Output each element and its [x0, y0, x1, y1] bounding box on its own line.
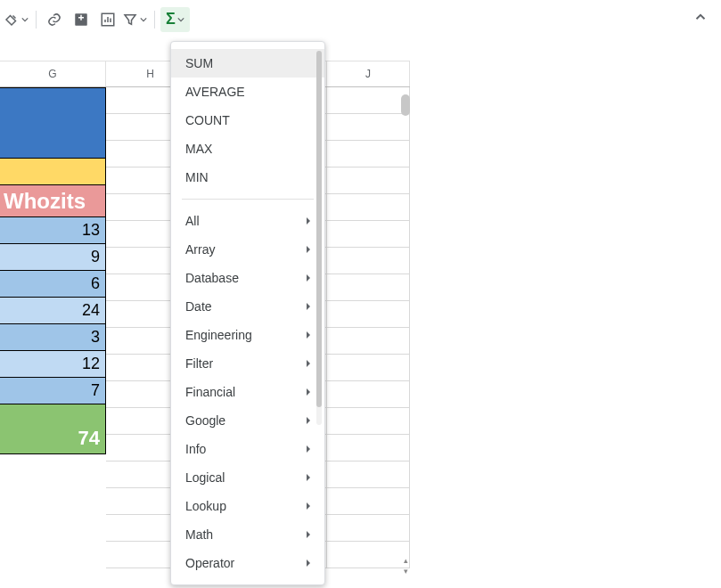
menu-divider: [182, 199, 314, 200]
cell[interactable]: [327, 167, 410, 194]
column-header-label: J: [365, 68, 371, 80]
svg-rect-2: [80, 14, 82, 20]
menu-item-array[interactable]: Array: [171, 235, 324, 264]
chevron-right-icon: [305, 271, 312, 285]
menu-item-label: SUM: [185, 56, 213, 70]
column-header-label: H: [146, 68, 154, 80]
menu-item-financial[interactable]: Financial: [171, 378, 324, 406]
scroll-down-icon[interactable]: ▾: [401, 567, 410, 576]
menu-item-max[interactable]: MAX: [171, 135, 324, 163]
menu-item-database[interactable]: Database: [171, 264, 324, 292]
data-value-cell[interactable]: 7: [0, 378, 106, 404]
sheet-scrollbar[interactable]: ▴ ▾: [401, 87, 410, 577]
chevron-right-icon: [305, 214, 312, 228]
cell[interactable]: [327, 114, 410, 141]
cell[interactable]: [327, 355, 410, 381]
cell[interactable]: [327, 221, 410, 248]
menu-item-average[interactable]: AVERAGE: [171, 78, 324, 106]
insert-link-button[interactable]: [42, 7, 67, 32]
column-header-j[interactable]: J: [327, 61, 410, 86]
cell[interactable]: [327, 248, 410, 274]
menu-item-date[interactable]: Date: [171, 292, 324, 321]
menu-item-engineering[interactable]: Engineering: [171, 321, 324, 349]
chevron-right-icon: [305, 385, 312, 399]
cell[interactable]: [327, 408, 410, 435]
functions-button[interactable]: Σ: [160, 7, 190, 32]
menu-item-label: Math: [185, 527, 213, 542]
column-header-g[interactable]: G: [0, 61, 106, 86]
paint-format-button[interactable]: [4, 7, 29, 32]
menu-item-label: Google: [185, 413, 225, 428]
cell[interactable]: [327, 194, 410, 221]
menu-item-label: AVERAGE: [185, 85, 245, 99]
menu-item-label: Lookup: [185, 499, 226, 513]
sheet-scroll-thumb[interactable]: [401, 94, 410, 116]
cell[interactable]: [327, 461, 410, 488]
data-header-blue[interactable]: [0, 87, 106, 159]
cell[interactable]: [327, 488, 410, 515]
menu-item-label: Array: [185, 242, 215, 257]
filter-button[interactable]: [122, 7, 147, 32]
menu-item-google[interactable]: Google: [171, 406, 324, 435]
menu-item-math[interactable]: Math: [171, 520, 324, 549]
toolbar-separator: [154, 11, 155, 29]
chevron-right-icon: [305, 499, 312, 513]
sigma-icon: Σ: [166, 10, 176, 29]
data-value-cell[interactable]: 6: [0, 271, 106, 298]
menu-item-filter[interactable]: Filter: [171, 349, 324, 378]
cell[interactable]: [327, 301, 410, 328]
data-total-cell[interactable]: 74: [0, 404, 106, 454]
chevron-right-icon: [305, 527, 312, 542]
menu-item-label: Financial: [185, 385, 235, 399]
insert-comment-button[interactable]: [69, 7, 94, 32]
cell[interactable]: [327, 274, 410, 301]
cell[interactable]: [327, 515, 410, 542]
chevron-right-icon: [305, 556, 312, 570]
chevron-right-icon: [305, 413, 312, 428]
chevron-right-icon: [305, 442, 312, 456]
cell[interactable]: [327, 542, 410, 568]
insert-chart-button[interactable]: [95, 7, 120, 32]
menu-item-label: All: [185, 214, 200, 228]
menu-item-lookup[interactable]: Lookup: [171, 492, 324, 520]
cell[interactable]: [327, 381, 410, 408]
data-value-cell[interactable]: 3: [0, 324, 106, 351]
toolbar-separator: [36, 11, 37, 29]
menu-item-label: Info: [185, 442, 206, 456]
cell[interactable]: [327, 87, 410, 114]
chevron-right-icon: [305, 242, 312, 257]
menu-item-all[interactable]: All: [171, 207, 324, 235]
data-value-cell[interactable]: 12: [0, 351, 106, 378]
menu-item-label: Logical: [185, 470, 225, 485]
menu-item-operator[interactable]: Operator: [171, 549, 324, 577]
functions-menu: SUMAVERAGECOUNTMAXMINAllArrayDatabaseDat…: [170, 41, 325, 585]
data-value-cell[interactable]: 13: [0, 217, 106, 244]
toolbar: Σ: [0, 0, 410, 39]
menu-item-min[interactable]: MIN: [171, 163, 324, 192]
chevron-right-icon: [305, 356, 312, 371]
menu-item-sum[interactable]: SUM: [171, 49, 324, 78]
menu-item-label: MIN: [185, 170, 209, 184]
column-header-label: G: [48, 68, 56, 80]
data-header-label[interactable]: Whozits: [0, 185, 106, 217]
cell[interactable]: [327, 328, 410, 355]
menu-item-label: MAX: [185, 142, 212, 156]
chevron-right-icon: [305, 299, 312, 314]
data-value-cell[interactable]: 24: [0, 298, 106, 324]
menu-scrollbar[interactable]: [316, 51, 322, 425]
scroll-up-icon[interactable]: ▴: [401, 556, 410, 565]
menu-item-count[interactable]: COUNT: [171, 106, 324, 135]
collapse-toolbar-button[interactable]: [692, 9, 709, 29]
cell[interactable]: [327, 141, 410, 167]
chevron-right-icon: [305, 470, 312, 485]
menu-item-logical[interactable]: Logical: [171, 463, 324, 492]
menu-item-label: Database: [185, 271, 239, 285]
data-header-yellow[interactable]: [0, 159, 106, 185]
menu-scroll-thumb[interactable]: [316, 51, 322, 407]
cell[interactable]: [327, 435, 410, 461]
menu-item-label: Operator: [185, 556, 234, 570]
data-value-cell[interactable]: 9: [0, 244, 106, 271]
menu-item-label: Engineering: [185, 328, 252, 342]
data-column-whozits: Whozits139624312774: [0, 87, 106, 454]
menu-item-info[interactable]: Info: [171, 435, 324, 463]
